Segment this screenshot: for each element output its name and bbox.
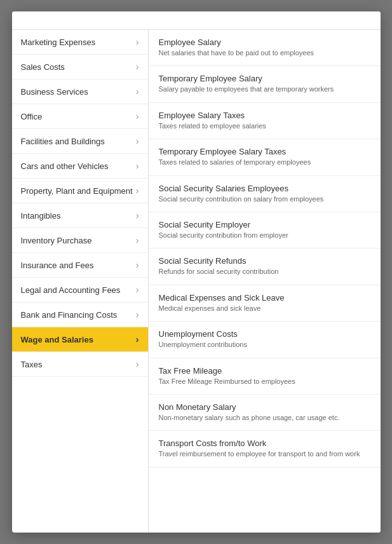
left-item-sales[interactable]: Sales Costs› [12, 55, 148, 79]
right-item-title: Social Security Employer [159, 220, 370, 229]
right-item[interactable]: Non Monetary SalaryNon-monetary salary s… [149, 395, 381, 431]
chevron-right-icon: › [136, 136, 139, 146]
right-item-title: Non Monetary Salary [159, 402, 370, 412]
right-item-desc: Social security contribution from employ… [159, 231, 370, 240]
left-item-business[interactable]: Business Services› [12, 79, 148, 104]
chevron-right-icon: › [136, 235, 139, 245]
left-item-bank[interactable]: Bank and Financing Costs› [12, 303, 148, 327]
chevron-right-icon: › [136, 210, 139, 221]
left-item-label: Taxes [21, 360, 43, 369]
modal-overlay: Marketing Expenses›Sales Costs›Business … [0, 0, 392, 544]
left-item-office[interactable]: Office› [12, 104, 148, 129]
right-item-title: Employee Salary Taxes [159, 111, 370, 120]
left-item-wage[interactable]: Wage and Salaries› [12, 327, 148, 352]
right-item[interactable]: Employee Salary TaxesTaxes related to em… [149, 103, 381, 139]
left-item-label: Business Services [21, 87, 88, 97]
right-item[interactable]: Temporary Employee SalarySalary payable … [149, 66, 381, 102]
left-item-label: Inventory Purchase [21, 236, 92, 245]
right-item[interactable]: Tax Free MileageTax Free Mileage Reimbur… [149, 358, 381, 395]
left-item-property[interactable]: Property, Plant and Equipment› [12, 179, 148, 203]
chevron-right-icon: › [136, 161, 139, 171]
right-item-title: Temporary Employee Salary Taxes [159, 147, 370, 156]
left-item-label: Wage and Salaries [21, 335, 93, 344]
right-item-title: Unemployment Costs [159, 329, 370, 339]
right-item-title: Social Security Salaries Employees [159, 184, 370, 193]
right-item-title: Tax Free Mileage [159, 366, 370, 376]
right-item-desc: Taxes related to employee salaries [159, 121, 370, 131]
right-item-desc: Refunds for social security contribution [159, 267, 370, 276]
left-item-marketing[interactable]: Marketing Expenses› [12, 30, 148, 55]
left-item-label: Intangibles [21, 211, 61, 221]
chevron-right-icon: › [136, 309, 139, 320]
right-item[interactable]: Social Security EmployerSocial security … [149, 212, 381, 248]
left-item-label: Facilities and Buildings [21, 137, 105, 146]
right-item[interactable]: Employee SalaryNet salaries that have to… [149, 30, 381, 66]
left-item-inventory[interactable]: Inventory Purchase› [12, 228, 148, 253]
right-item-desc: Net salaries that have to be paid out to… [159, 48, 370, 58]
left-item-label: Bank and Financing Costs [21, 310, 118, 320]
chevron-right-icon: › [136, 359, 139, 369]
left-item-taxes[interactable]: Taxes› [12, 352, 148, 377]
chevron-right-icon: › [136, 186, 139, 196]
left-item-label: Office [21, 112, 43, 121]
left-item-label: Sales Costs [21, 62, 65, 72]
right-item-desc: Unemployment contributions [159, 340, 370, 350]
right-item[interactable]: Temporary Employee Salary TaxesTaxes rel… [149, 139, 381, 175]
chevron-right-icon: › [136, 260, 139, 270]
left-item-label: Legal and Accounting Fees [21, 285, 121, 295]
left-item-label: Marketing Expenses [21, 37, 96, 47]
right-item-desc: Medical expenses and sick leave [159, 304, 370, 313]
left-item-facilities[interactable]: Facilities and Buildings› [12, 129, 148, 154]
right-item-title: Transport Costs from/to Work [159, 439, 370, 448]
right-item-desc: Social security contribution on salary f… [159, 194, 370, 204]
right-panel: Employee SalaryNet salaries that have to… [149, 30, 381, 533]
left-item-legal[interactable]: Legal and Accounting Fees› [12, 278, 148, 303]
left-item-intangibles[interactable]: Intangibles› [12, 203, 148, 228]
modal: Marketing Expenses›Sales Costs›Business … [12, 11, 381, 533]
right-item-title: Social Security Refunds [159, 256, 370, 266]
left-panel: Marketing Expenses›Sales Costs›Business … [12, 30, 149, 533]
left-item-insurance[interactable]: Insurance and Fees› [12, 253, 148, 278]
right-item[interactable]: Transport Costs from/to WorkTravel reimb… [149, 431, 381, 467]
right-item-desc: Salary payable to employees that are tem… [159, 85, 370, 94]
right-item[interactable]: Social Security Salaries EmployeesSocial… [149, 176, 381, 212]
chevron-right-icon: › [136, 285, 139, 295]
right-item-title: Temporary Employee Salary [159, 74, 370, 83]
right-item-desc: Taxes related to salaries of temporary e… [159, 158, 370, 167]
right-item[interactable]: Social Security RefundsRefunds for socia… [149, 248, 381, 285]
modal-body: Marketing Expenses›Sales Costs›Business … [12, 30, 381, 533]
right-item-desc: Travel reimbursement to employee for tra… [159, 449, 370, 459]
modal-header [12, 11, 381, 30]
left-item-label: Insurance and Fees [21, 261, 94, 270]
chevron-right-icon: › [136, 111, 139, 121]
right-item-title: Employee Salary [159, 37, 370, 47]
chevron-right-icon: › [136, 37, 139, 47]
left-item-label: Cars and other Vehicles [21, 161, 109, 171]
chevron-right-icon: › [136, 62, 139, 72]
right-item[interactable]: Unemployment CostsUnemployment contribut… [149, 322, 381, 358]
left-item-label: Property, Plant and Equipment [21, 186, 133, 196]
right-item-desc: Tax Free Mileage Reimbursed to employees [159, 377, 370, 386]
chevron-right-icon: › [136, 86, 139, 97]
right-item-title: Medical Expenses and Sick Leave [159, 293, 370, 303]
chevron-right-icon: › [136, 334, 139, 344]
right-item[interactable]: Medical Expenses and Sick LeaveMedical e… [149, 285, 381, 322]
right-item-desc: Non-monetary salary such as phone usage,… [159, 413, 370, 423]
left-item-cars[interactable]: Cars and other Vehicles› [12, 154, 148, 179]
